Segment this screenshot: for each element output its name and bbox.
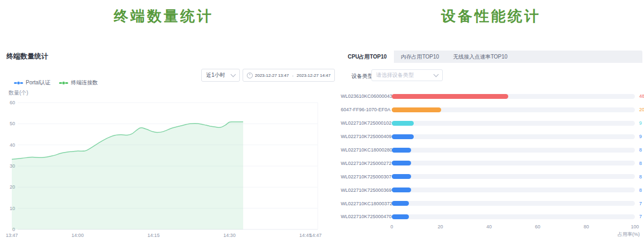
bar-value-label: 7 xyxy=(639,214,642,219)
x-tick-label: 14:47 xyxy=(310,233,322,238)
bar-track xyxy=(392,94,635,99)
bar xyxy=(392,107,441,112)
bar-value-label: 20.3 xyxy=(639,107,644,112)
bar-category-label: WL022710K725000409 xyxy=(341,134,390,139)
bar-track xyxy=(392,134,635,139)
bar-row: WL022710K7250004099 xyxy=(341,130,640,143)
legend-item-terminal-connections[interactable]: 终端连接数 xyxy=(59,79,98,87)
bar-value-label: 8 xyxy=(639,161,642,166)
bar xyxy=(392,174,411,179)
bar-track xyxy=(392,121,635,126)
bar-track xyxy=(392,201,635,206)
tab[interactable]: 无线接入点速率TOP10 xyxy=(446,51,515,63)
bar-row: WL022710KC180003727 xyxy=(341,197,640,210)
bar-category-label: WL022710KC18000372 xyxy=(341,201,390,206)
bar-category-label: WL022710KC18000280 xyxy=(341,147,390,153)
y-tick-label: 40 xyxy=(10,142,15,148)
x-tick-label: 60 xyxy=(535,224,540,229)
bar-row: 6047-FF96-1070-EF0A20.3 xyxy=(341,103,640,117)
date-range-start: 2023-12-27 13:47 xyxy=(255,73,289,78)
device-type-placeholder: 请选择设备类型 xyxy=(376,71,414,79)
time-range-value: 近1小时 xyxy=(206,71,225,79)
bar-category-label: WL022710K725000307 xyxy=(341,174,390,179)
y-tick-label: 50 xyxy=(10,121,15,126)
bar xyxy=(392,134,414,139)
terminal-count-header: 终端数量统计 xyxy=(6,52,48,61)
bar-row: WL022710K7250004707 xyxy=(341,210,640,224)
bar-category-label: 6047-FF96-1070-EF0A xyxy=(341,107,390,112)
bar-track xyxy=(392,188,635,192)
legend-label: Portal认证 xyxy=(26,79,50,87)
tab-strip: CPU占用TOP10内存占用TOP10无线接入点速率TOP10 xyxy=(341,51,642,63)
bar-row: WL022710K7250001029 xyxy=(341,117,640,130)
bar-category-label: WL022710K725000369 xyxy=(341,188,390,193)
bar-value-label: 8 xyxy=(639,188,642,193)
x-tick-label: 0 xyxy=(390,224,393,229)
bar-track xyxy=(392,107,635,112)
chart-legend: Portal认证 终端连接数 xyxy=(14,79,98,87)
terminal-count-chart: 010203040506013:4714:0014:1514:3014:4514… xyxy=(0,98,327,245)
bar-row: WL022710K7250003698 xyxy=(341,183,640,197)
chevron-down-icon xyxy=(231,72,236,77)
bar xyxy=(392,121,414,126)
y-tick-label: 60 xyxy=(10,100,15,105)
bar-track xyxy=(392,148,635,153)
cpu-top10-bar-chart: WL023610KC06000043486047-FF96-1070-EF0A2… xyxy=(341,90,640,224)
bar-category-label: WL023610KC06000043 xyxy=(341,93,390,99)
x-tick-label: 13:47 xyxy=(6,233,18,238)
bar-value-label: 9 xyxy=(639,134,642,139)
bar-row: WL022710K7250003078 xyxy=(341,170,640,183)
x-tick-label: 14:30 xyxy=(223,233,236,238)
date-range-separator: - xyxy=(291,73,295,78)
date-range-picker[interactable]: 2023-12-27 13:47 - 2023-12-27 14:47 xyxy=(243,69,335,82)
x-tick-label: 100 xyxy=(631,224,639,229)
bar-x-axis-title: 占用率(%) xyxy=(601,231,640,238)
y-axis-title: 数量(个) xyxy=(9,89,28,97)
bar-category-label: WL022710K725000102 xyxy=(341,120,390,126)
bar-category-label: WL022710K725000470 xyxy=(341,214,390,219)
legend-item-portal[interactable]: Portal认证 xyxy=(14,79,50,87)
bar-track xyxy=(392,214,635,219)
bar-value-label: 48 xyxy=(639,93,644,99)
chevron-down-icon xyxy=(434,72,439,77)
x-tick-label: 80 xyxy=(583,224,589,229)
bar-row: WL022710KC180002808 xyxy=(341,143,640,157)
left-panel-title: 终端数量统计 xyxy=(0,6,327,26)
bar xyxy=(392,201,409,206)
tab[interactable]: 内存占用TOP10 xyxy=(394,51,447,63)
bar-x-axis: 020406080100 xyxy=(392,224,635,230)
bar-category-label: WL022710K725000272 xyxy=(341,161,390,166)
legend-marker-icon xyxy=(59,82,68,84)
bar xyxy=(392,94,508,99)
bar xyxy=(392,161,411,165)
bar-value-label: 9 xyxy=(639,120,642,126)
tab[interactable]: CPU占用TOP10 xyxy=(341,51,394,63)
clock-icon xyxy=(247,73,253,78)
date-range-end: 2023-12-27 14:47 xyxy=(297,73,331,78)
x-tick-label: 40 xyxy=(486,224,492,229)
bar-row: WL023610KC0600004348 xyxy=(341,90,640,103)
bar-value-label: 8 xyxy=(639,147,642,153)
x-tick-label: 14:15 xyxy=(148,233,160,238)
time-range-select[interactable]: 近1小时 xyxy=(201,69,240,82)
bar-value-label: 8 xyxy=(639,174,642,179)
bar-row: WL022710K7250002728 xyxy=(341,156,640,170)
x-tick-label: 20 xyxy=(438,224,443,229)
bar xyxy=(392,188,411,192)
bar-track xyxy=(392,174,635,179)
right-panel-title: 设备性能统计 xyxy=(338,6,644,26)
bar-value-label: 7 xyxy=(639,201,642,206)
device-type-label: 设备类型 xyxy=(352,73,373,80)
bar-track xyxy=(392,161,635,165)
legend-marker-icon xyxy=(14,82,23,84)
dashboard: 终端数量统计 设备性能统计 终端数量统计 近1小时 2023-12-27 13:… xyxy=(0,0,644,245)
device-type-select[interactable]: 请选择设备类型 xyxy=(371,69,443,81)
x-tick-label: 14:00 xyxy=(71,233,84,238)
bar xyxy=(392,148,411,153)
legend-label: 终端连接数 xyxy=(71,79,98,87)
series-area xyxy=(12,122,243,229)
bar xyxy=(392,214,409,219)
time-controls: 近1小时 2023-12-27 13:47 - 2023-12-27 14:47 xyxy=(201,69,335,82)
